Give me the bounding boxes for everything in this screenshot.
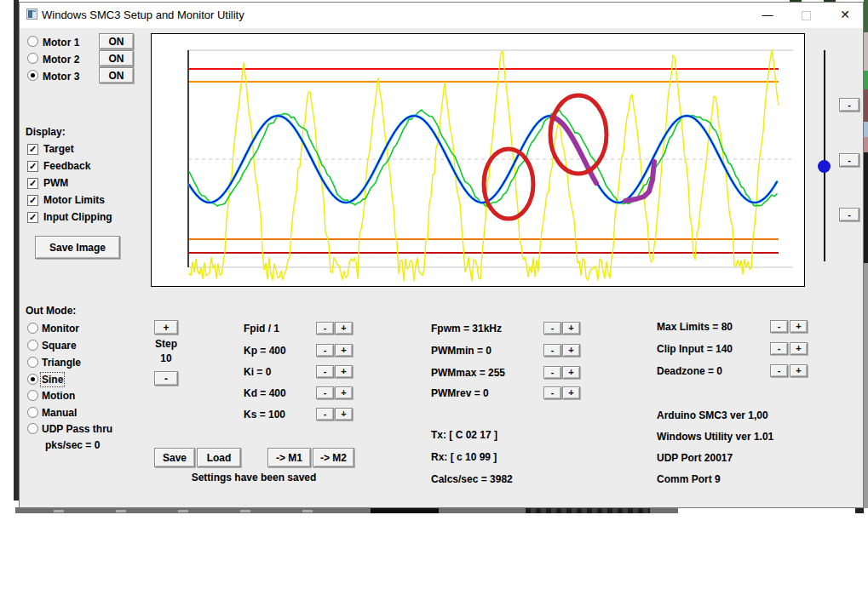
checkbox-pwm-label: PWM [43, 177, 68, 189]
app-window: Windows SMC3 Setup and Monitor Utility —… [19, 2, 864, 508]
minimize-button[interactable]: — [749, 3, 786, 27]
pwmmax-plus-button[interactable]: + [562, 366, 580, 379]
max-limits-plus-button[interactable]: + [790, 320, 808, 333]
kp-plus-button[interactable]: + [335, 344, 353, 357]
checkbox-input-clipping-label: Input Clipping [43, 211, 112, 223]
radio-motion[interactable] [27, 390, 38, 401]
clip-input-plus-button[interactable]: + [790, 342, 808, 355]
send-to-m2-button[interactable]: -> M2 [313, 448, 354, 467]
kp-value: Kp = 400 [244, 345, 286, 357]
checkbox-motor-limits[interactable]: ✓ [27, 195, 38, 206]
step-minus-button[interactable]: - [154, 371, 178, 386]
pwmmin-minus-button[interactable]: - [543, 344, 561, 357]
checkbox-input-clipping[interactable]: ✓ [27, 212, 38, 223]
motor-2-on-button[interactable]: ON [99, 50, 134, 66]
radio-udp-pass-thru[interactable] [27, 423, 38, 434]
check-icon: ✓ [29, 161, 37, 171]
radio-motor-3[interactable] [27, 70, 38, 81]
radio-motor-2[interactable] [27, 53, 38, 64]
close-icon: ✕ [840, 8, 850, 21]
rx-readout: Rx: [ c 10 99 ] [431, 451, 497, 463]
kd-minus-button[interactable]: - [316, 386, 334, 399]
fpid-minus-button[interactable]: - [316, 322, 334, 335]
save-button[interactable]: Save [154, 448, 195, 467]
checkbox-motor-limits-label: Motor Limits [43, 194, 105, 206]
max-limits-value: Max Limits = 80 [657, 321, 733, 333]
desktop-strip-tick-e [302, 510, 313, 512]
maximize-button[interactable] [787, 3, 825, 27]
radio-manual-label: Manual [42, 407, 77, 419]
check-icon: ✓ [29, 212, 37, 222]
scale-minus-button-2[interactable]: - [839, 153, 859, 167]
radio-monitor[interactable] [27, 323, 38, 334]
motor-1-on-button[interactable]: ON [99, 33, 134, 49]
ks-minus-button[interactable]: - [316, 408, 334, 421]
ks-plus-button[interactable]: + [335, 408, 353, 421]
scale-minus-button-1[interactable]: - [839, 98, 859, 112]
pwmmin-value: PWMmin = 0 [431, 345, 491, 357]
radio-triangle-label: Triangle [42, 357, 81, 369]
radio-sine-label: Sine [42, 374, 63, 386]
kp-minus-button[interactable]: - [316, 344, 334, 357]
checkbox-feedback-label: Feedback [43, 160, 90, 172]
radio-manual[interactable] [27, 407, 38, 418]
ki-minus-button[interactable]: - [316, 365, 334, 378]
step-value: 10 [152, 352, 180, 364]
udp-port: UDP Port 20017 [657, 452, 733, 464]
window-title: Windows SMC3 Setup and Monitor Utility [42, 3, 244, 28]
scope-plot [152, 34, 804, 286]
scale-slider-track[interactable] [824, 50, 825, 261]
close-button[interactable]: ✕ [826, 3, 864, 27]
desktop-edge-right-4 [864, 89, 868, 122]
desktop-edge-right-6 [864, 137, 868, 152]
pwmmin-plus-button[interactable]: + [562, 344, 580, 357]
fpwm-minus-button[interactable]: - [543, 322, 561, 335]
scale-slider-knob[interactable] [818, 160, 831, 173]
checkbox-pwm[interactable]: ✓ [27, 178, 38, 189]
kd-plus-button[interactable]: + [335, 386, 353, 399]
deadzone-plus-button[interactable]: + [790, 364, 808, 377]
title-bar[interactable]: Windows SMC3 Setup and Monitor Utility —… [20, 3, 863, 28]
step-plus-button[interactable]: + [154, 320, 178, 335]
radio-sine[interactable] [27, 374, 38, 385]
clip-input-value: Clip Input = 140 [657, 343, 733, 355]
radio-motor-1[interactable] [27, 36, 38, 47]
ks-value: Ks = 100 [244, 409, 285, 421]
send-to-m1-button[interactable]: -> M1 [267, 448, 311, 467]
deadzone-value: Deadzone = 0 [657, 365, 722, 377]
radio-triangle[interactable] [27, 357, 38, 368]
ki-plus-button[interactable]: + [335, 365, 353, 378]
radio-monitor-label: Monitor [42, 323, 79, 335]
desktop-edge-right-8 [864, 263, 868, 508]
scale-minus-button-3[interactable]: - [839, 208, 859, 221]
kd-value: Kd = 400 [244, 387, 286, 399]
deadzone-minus-button[interactable]: - [770, 364, 788, 377]
check-icon: ✓ [29, 195, 37, 205]
out-mode-heading: Out Mode: [26, 305, 76, 317]
desktop-strip-bottom-black [371, 507, 439, 513]
load-button[interactable]: Load [197, 448, 241, 467]
pwmrev-plus-button[interactable]: + [562, 386, 580, 399]
motor-3-on-button[interactable]: ON [99, 67, 134, 83]
desktop-edge-right-7 [864, 152, 868, 263]
radio-square[interactable] [27, 340, 38, 351]
fpwm-plus-button[interactable]: + [562, 322, 580, 335]
clip-input-minus-button[interactable]: - [770, 342, 788, 355]
radio-udp-pass-thru-label: UDP Pass thru [42, 423, 112, 435]
check-icon: ✓ [29, 178, 37, 188]
minimize-icon: — [762, 9, 773, 21]
checkbox-target-label: Target [43, 143, 74, 155]
fpid-plus-button[interactable]: + [335, 322, 353, 335]
save-image-button[interactable]: Save Image [35, 236, 120, 259]
checkbox-target[interactable]: ✓ [27, 144, 38, 155]
desktop-edge-right-2 [864, 32, 868, 71]
motor-1-label: Motor 1 [43, 37, 79, 49]
pwmmax-minus-button[interactable]: - [543, 366, 561, 379]
fpid-value: Fpid / 1 [244, 323, 279, 335]
checkbox-feedback[interactable]: ✓ [27, 161, 38, 172]
pwmrev-value: PWMrev = 0 [431, 387, 489, 399]
tx-readout: Tx: [ C 02 17 ] [431, 429, 497, 441]
utility-version: Windows Utility ver 1.01 [657, 431, 773, 443]
max-limits-minus-button[interactable]: - [770, 320, 788, 333]
pwmrev-minus-button[interactable]: - [543, 386, 561, 399]
